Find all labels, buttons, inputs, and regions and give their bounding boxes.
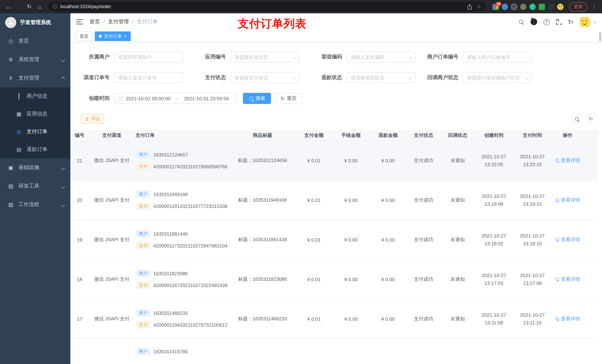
extension-icon[interactable] bbox=[520, 3, 527, 10]
channel-order-no-field[interactable] bbox=[114, 72, 183, 83]
filter-label: 所属商户 bbox=[75, 54, 114, 60]
forward-icon[interactable]: → bbox=[14, 3, 24, 10]
sidebar-item-workflow[interactable]: ▨ 工作流程 bbox=[0, 195, 70, 214]
refresh-table-button[interactable]: ↻ bbox=[586, 114, 596, 124]
sidebar-item-home[interactable]: ◷ 首页 bbox=[0, 32, 70, 50]
gear-icon: ⚙ bbox=[7, 57, 14, 62]
merchant-order-no-input[interactable] bbox=[467, 54, 527, 60]
date-end: 2021-10-31 23:59:59 bbox=[184, 96, 229, 101]
extension-icon[interactable] bbox=[511, 3, 517, 10]
card-icon bbox=[16, 93, 22, 99]
extension-icon[interactable] bbox=[539, 3, 545, 10]
extension-icon[interactable] bbox=[529, 3, 536, 10]
scrollbar-thumb[interactable] bbox=[599, 32, 601, 42]
merchant-tag: 商户 bbox=[136, 151, 150, 158]
sidebar-item-infra[interactable]: ▣ 基础设施 bbox=[0, 158, 70, 177]
channel-code-input[interactable] bbox=[351, 54, 411, 60]
table-row[interactable]: 18 微信 JSAPI 支付 商户1635311823086 支付4200001… bbox=[70, 260, 598, 299]
home-icon[interactable]: ⌂ bbox=[35, 3, 44, 10]
merchant-input[interactable] bbox=[118, 54, 179, 60]
site-info-icon[interactable]: ⓘ bbox=[53, 3, 57, 10]
view-detail-link[interactable]: 查看详情 bbox=[555, 276, 580, 283]
tab-label: 首页 bbox=[80, 33, 88, 39]
app-id-input[interactable] bbox=[234, 54, 295, 60]
cell-id: 18 bbox=[70, 277, 90, 282]
notify-status-input[interactable] bbox=[467, 75, 527, 81]
sidebar-item-system[interactable]: ⚙ 系统管理 bbox=[0, 50, 70, 69]
reset-button[interactable]: ↻ 重置 bbox=[275, 93, 302, 104]
export-button[interactable]: 导出 bbox=[81, 114, 104, 124]
chrome-menu-icon[interactable]: ⋮ bbox=[590, 4, 598, 10]
table-row[interactable]: 21 微信 JSAPI 支付 商户1635312124657 支付4200001… bbox=[70, 141, 598, 180]
orders-table: 编号 支付渠道 支付订单 商品标题 支付金额 手续金额 退款金额 支付状态 回调… bbox=[70, 130, 598, 364]
reload-icon[interactable]: ↻ bbox=[24, 3, 34, 10]
pay-status-input[interactable] bbox=[234, 75, 295, 81]
view-detail-link[interactable]: 查看详情 bbox=[555, 157, 580, 164]
table-row-partial[interactable]: 商户1635311415786 bbox=[70, 339, 598, 364]
sidebar-item-payment[interactable]: ¥ 支付管理 bbox=[0, 69, 70, 87]
extension-icon[interactable] bbox=[502, 3, 508, 10]
channel-order-no-input[interactable] bbox=[118, 75, 179, 81]
table-row[interactable]: 20 微信 JSAPI 支付 商户1635311949168 支付4200001… bbox=[70, 180, 598, 220]
tab-home[interactable]: 首页 bbox=[75, 31, 93, 41]
sidebar-item-dev-tools[interactable]: ▧ 研发工具 bbox=[0, 177, 70, 195]
sidebar-item-pay-order[interactable]: ◎ 支付订单 bbox=[0, 123, 70, 141]
merchant-select[interactable] bbox=[114, 52, 183, 62]
sidebar-item-refund-order[interactable]: ▤ 退款订单 bbox=[0, 141, 70, 158]
table-row[interactable]: 19 微信 JSAPI 支付 商户1635311881440 支付4200001… bbox=[70, 220, 598, 260]
cell-notify: 未通知 bbox=[441, 197, 475, 203]
font-size-icon[interactable]: TT bbox=[568, 19, 573, 25]
bookmark-star-icon[interactable]: ☆ bbox=[477, 4, 481, 10]
fullscreen-icon[interactable] bbox=[556, 19, 561, 25]
breadcrumb-payment[interactable]: 支付管理 bbox=[108, 19, 129, 25]
user-avatar[interactable] bbox=[580, 17, 590, 27]
share-icon[interactable] bbox=[467, 4, 472, 10]
sidebar-item-label: 支付订单 bbox=[27, 128, 47, 135]
sidebar-logo[interactable]: 芋道管理系统 bbox=[0, 13, 70, 32]
toolbox-icon: ▧ bbox=[7, 183, 14, 189]
github-icon[interactable] bbox=[530, 19, 537, 25]
export-button-label: 导出 bbox=[91, 116, 100, 122]
sidebar-item-label: 商户信息 bbox=[27, 93, 47, 100]
refund-status-select[interactable] bbox=[346, 72, 415, 83]
filter-row-2: 渠道订单号 支付状态 退款状态 bbox=[75, 72, 598, 83]
merchant-order-no: 1635311823086 bbox=[153, 270, 188, 276]
view-detail-link[interactable]: 查看详情 bbox=[555, 236, 580, 243]
chevron-down-icon bbox=[61, 185, 65, 188]
tab-pay-order[interactable]: 支付订单 × bbox=[95, 31, 131, 41]
cell-channel: 微信 JSAPI 支付 bbox=[90, 157, 134, 164]
create-time-range-picker[interactable]: 2021-10-01 00:00:00 - 2021-10-31 23:59:5… bbox=[114, 93, 237, 104]
help-icon[interactable]: ? bbox=[543, 19, 550, 25]
sidebar-item-merchant-info[interactable]: 商户信息 bbox=[0, 87, 70, 105]
emoji-extension-icon[interactable] bbox=[557, 3, 563, 10]
pay-status-select[interactable] bbox=[230, 72, 299, 83]
channel-code-select[interactable] bbox=[346, 52, 415, 62]
cell-id: 20 bbox=[70, 197, 90, 203]
search-button[interactable]: 搜索 bbox=[243, 93, 271, 104]
back-icon[interactable]: ← bbox=[4, 3, 13, 10]
cell-amount: ¥ 0.01 bbox=[295, 237, 333, 242]
col-header: 商品标题 bbox=[230, 132, 295, 138]
breadcrumb-home[interactable]: 首页 bbox=[90, 19, 100, 25]
chrome-update-button[interactable]: 更新 bbox=[570, 2, 587, 11]
sidebar-item-app-info[interactable]: ▦ 应用信息 bbox=[0, 105, 70, 123]
hamburger-icon[interactable] bbox=[76, 19, 83, 24]
cell-refund: ¥ 0.00 bbox=[369, 277, 407, 282]
refund-status-input[interactable] bbox=[351, 75, 411, 81]
notify-status-select[interactable] bbox=[463, 72, 532, 83]
col-header: 操作 bbox=[552, 132, 583, 138]
toggle-search-button[interactable] bbox=[572, 114, 582, 124]
view-detail-link[interactable]: 查看详情 bbox=[555, 197, 580, 203]
extension-icon[interactable] bbox=[548, 3, 554, 10]
table-row[interactable]: 17 微信 JSAPI 支付 商户1635311468233 支付4200001… bbox=[70, 299, 598, 339]
app-id-select[interactable] bbox=[230, 52, 299, 62]
search-icon[interactable] bbox=[518, 19, 524, 25]
search-icon bbox=[555, 198, 559, 202]
tab-close-icon[interactable]: × bbox=[124, 34, 127, 39]
address-bar[interactable]: ⓘ localhost:1024/pay/order ☆ bbox=[48, 2, 486, 11]
extension-icon[interactable]: 10 bbox=[492, 3, 499, 10]
merchant-order-no-field[interactable] bbox=[463, 52, 532, 62]
view-detail-link[interactable]: 查看详情 bbox=[555, 316, 580, 322]
merchant-tag: 商户 bbox=[136, 348, 150, 355]
avatar-caret-icon[interactable] bbox=[593, 20, 597, 23]
